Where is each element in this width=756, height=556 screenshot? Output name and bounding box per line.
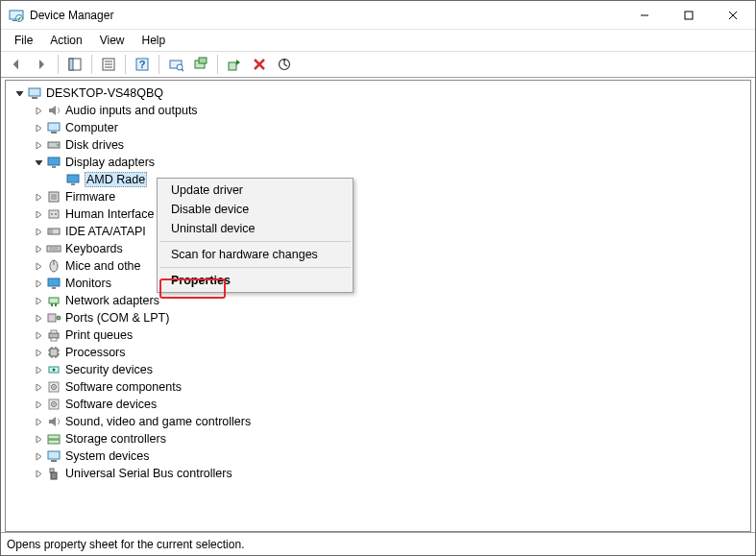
device-icon [46,155,61,170]
window-controls [622,1,755,30]
chevron-right-icon[interactable] [33,331,44,340]
chevron-right-icon[interactable] [33,314,44,323]
forward-button[interactable] [30,53,53,76]
close-button[interactable] [711,1,755,30]
chevron-right-icon[interactable] [33,228,44,236]
tree-item-disk-drives[interactable]: Disk drives [6,136,750,154]
chevron-right-icon[interactable] [33,210,44,219]
tree-item-sound-video-and-game-controllers[interactable]: Sound, video and game controllers [6,413,750,430]
tree-item-print-queues[interactable]: Print queues [6,326,750,344]
tree-item-monitors[interactable]: Monitors [6,275,750,292]
chevron-right-icon[interactable] [33,245,44,254]
ctx-separator [159,267,351,268]
svg-rect-36 [49,210,59,218]
chevron-right-icon[interactable] [33,262,44,271]
ctx-properties[interactable]: Properties [158,271,353,290]
menu-action[interactable]: Action [42,32,89,49]
svg-rect-33 [71,183,75,185]
statusbar: Opens property sheet for the current sel… [1,532,755,555]
tree-label: Storage controllers [65,432,166,446]
chevron-right-icon[interactable] [33,452,44,461]
svg-rect-57 [50,349,58,356]
enable-device-button[interactable] [223,53,246,76]
tree-label: IDE ATA/ATAPI [65,225,146,238]
tree-label: Human Interface [65,207,154,221]
svg-rect-26 [48,123,60,131]
tree-item-storage-controllers[interactable]: Storage controllers [6,430,750,447]
chevron-right-icon[interactable] [33,383,44,392]
tree-item-display-adapters[interactable]: Display adapters [6,154,750,171]
tree-item-firmware[interactable]: Firmware [6,188,750,205]
svg-point-29 [57,144,59,146]
chevron-right-icon[interactable] [33,193,44,202]
tree-label: AMD Rade [85,172,147,187]
svg-rect-32 [67,175,79,182]
help-toolbar-button[interactable]: ? [131,53,154,76]
menu-view[interactable]: View [92,32,133,49]
device-icon [46,466,61,481]
ctx-disable-device[interactable]: Disable device [158,200,353,219]
chevron-right-icon[interactable] [33,141,44,150]
device-icon [46,345,61,360]
device-icon [46,414,61,429]
disable-device-button[interactable] [273,53,296,76]
chevron-right-icon[interactable] [33,400,44,409]
menu-help[interactable]: Help [134,32,174,49]
chevron-right-icon[interactable] [33,297,44,305]
svg-rect-74 [48,435,60,439]
tree-item-amd-radeon[interactable]: AMD Rade [6,171,750,188]
ctx-uninstall-device[interactable]: Uninstall device [158,219,353,238]
svg-rect-50 [51,303,53,306]
tree-item-computer[interactable]: Computer [6,119,750,136]
chevron-right-icon[interactable] [33,418,44,426]
ctx-scan-hardware[interactable]: Scan for hardware changes [158,245,353,264]
chevron-down-icon[interactable] [13,89,25,98]
device-icon [46,397,61,412]
svg-rect-55 [51,330,57,333]
svg-rect-52 [48,314,56,322]
tree-item-universal-serial-bus-controllers[interactable]: Universal Serial Bus controllers [6,465,750,482]
tree-item-audio-inputs-and-outputs[interactable]: Audio inputs and outputs [6,102,750,119]
tree-item-human-interface[interactable]: Human Interface [6,205,750,223]
tree-item-security-devices[interactable]: Security devices [6,361,750,378]
chevron-right-icon[interactable] [33,470,44,478]
chevron-right-icon[interactable] [33,124,44,133]
tree-item-ide-ata-atapi[interactable]: IDE ATA/ATAPI [6,223,750,240]
tree-item-mice-and-othe[interactable]: Mice and othe [6,257,750,275]
svg-rect-31 [52,166,56,168]
tree-item-processors[interactable]: Processors [6,344,750,361]
uninstall-device-button[interactable] [248,53,271,76]
tree-item-keyboards[interactable]: Keyboards [6,240,750,257]
tree-item-software-devices[interactable]: Software devices [6,396,750,413]
chevron-right-icon[interactable] [33,107,44,115]
update-driver-button[interactable] [189,53,212,76]
device-tree[interactable]: DESKTOP-VS48QBQAudio inputs and outputsC… [5,80,751,532]
tree-item-system-devices[interactable]: System devices [6,447,750,465]
ctx-separator [159,241,351,242]
svg-rect-20 [229,62,236,70]
device-icon [46,241,61,256]
chevron-right-icon[interactable] [33,435,44,444]
svg-rect-8 [69,59,73,70]
tree-label: Universal Serial Bus controllers [65,467,232,480]
back-button[interactable] [5,53,28,76]
chevron-right-icon[interactable] [33,279,44,288]
menu-file[interactable]: File [7,32,40,49]
minimize-button[interactable] [622,1,667,30]
svg-rect-49 [49,298,59,303]
tree-label: Audio inputs and outputs [65,104,198,117]
tree-item-root[interactable]: DESKTOP-VS48QBQ [6,85,750,102]
chevron-down-icon[interactable] [33,158,44,167]
scan-hardware-button[interactable] [164,53,187,76]
chevron-right-icon[interactable] [33,349,44,357]
svg-point-70 [53,386,55,388]
maximize-button[interactable] [667,1,711,30]
properties-toolbar-button[interactable] [97,53,120,76]
device-icon [46,206,61,222]
show-hide-console-button[interactable] [63,53,86,76]
tree-item-network-adapters[interactable]: Network adapters [6,292,750,309]
ctx-update-driver[interactable]: Update driver [158,181,353,200]
tree-item-software-components[interactable]: Software components [6,378,750,396]
chevron-right-icon[interactable] [33,366,44,375]
tree-item-ports-com-lpt-[interactable]: Ports (COM & LPT) [6,309,750,326]
